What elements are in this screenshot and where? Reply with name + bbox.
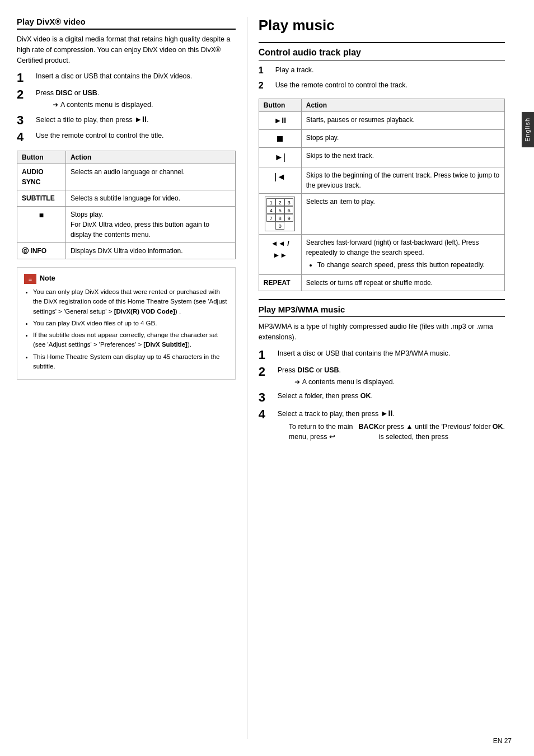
play-pause-icon-mp3: ►II	[381, 409, 393, 418]
stop-sq-action: Stops play.	[301, 129, 504, 147]
mp3-step-3: 3 Select a folder, then press OK.	[259, 391, 505, 404]
note-icon: ≡	[24, 274, 36, 284]
ff-rew-action: Searches fast-forward (right) or fast-ba…	[301, 234, 504, 275]
play-pause-btn: ►II	[259, 111, 301, 129]
table-row: ►| Skips to the next track.	[259, 147, 504, 167]
mp3-step-2: 2 Press DISC or USB. ➜ A contents menu i…	[259, 365, 505, 388]
step-2-sub: ➜ A contents menu is displayed.	[36, 100, 153, 110]
note-header: ≡ Note	[24, 273, 228, 284]
list-item: You can only play DivX videos that were …	[33, 287, 228, 316]
ok-label-3: OK	[360, 392, 371, 400]
step-num-1: 1	[17, 71, 32, 85]
mp3-step-4-bullets: To return to the main menu, press ↩ BACK…	[278, 422, 505, 443]
table-row: AUDIO SYNC Selects an audio language or …	[17, 164, 236, 190]
table-row: SUBTITLE Selects a subtitle language for…	[17, 190, 236, 207]
key-5: 5	[275, 206, 284, 214]
list-item: This Home Theatre System can display up …	[33, 352, 228, 372]
left-button-table: Button Action AUDIO SYNC Selects an audi…	[17, 151, 236, 259]
list-item: To return to the main menu, press ↩ BACK…	[289, 422, 505, 443]
left-step-4: 4 Use the remote control to control the …	[17, 130, 236, 144]
stop-action: Stops play.For DivX Ultra video, press t…	[65, 207, 235, 243]
step-text-2: Press DISC or USB. ➜ A contents menu is …	[36, 88, 153, 110]
mp3-divider	[259, 299, 505, 300]
table-row: ⓓ INFO Displays DivX Ultra video informa…	[17, 243, 236, 259]
disc-label: DISC	[55, 89, 72, 97]
repeat-btn: REPEAT	[259, 275, 301, 291]
key-1: 1	[266, 198, 275, 206]
key-6: 6	[284, 206, 293, 214]
keypad-row-2: 4 5 6	[266, 206, 293, 214]
info-btn: ⓓ INFO	[17, 243, 66, 259]
mp3-step-4: 4 Select a track to play, then press ►II…	[259, 408, 505, 445]
table-row: REPEAT Selects or turns off repeat or sh…	[259, 275, 504, 291]
keypad-row-1: 1 2 3	[266, 198, 293, 206]
table-row: 1 2 3 4 5 6 7	[259, 193, 504, 234]
list-item: To change search speed, press this butto…	[317, 260, 500, 270]
key-8: 8	[275, 214, 284, 222]
left-steps-list: 1 Insert a disc or USB that contains the…	[17, 71, 236, 144]
play-pause-icon-3: ►II	[134, 115, 147, 124]
prev-action: Skips to the beginning of the current tr…	[301, 167, 504, 193]
mp3-step-text-1: Insert a disc or USB that contains the M…	[278, 348, 450, 359]
right-steps-list-1: 1 Play a track. 2 Use the remote control…	[259, 65, 505, 92]
mp3-step-2-sub: ➜ A contents menu is displayed.	[278, 377, 395, 388]
left-column: Play DivX® video DivX video is a digital…	[17, 17, 247, 739]
next-btn: ►|	[259, 147, 301, 167]
r-step-text-2: Use the remote control to control the tr…	[275, 80, 407, 91]
table-row: ■ Stops play.For DivX Ultra video, press…	[17, 207, 236, 243]
step-text-3: Select a title to play, then press ►II.	[36, 114, 148, 125]
mp3-step-text-3: Select a folder, then press OK.	[278, 391, 373, 402]
left-table-action-header: Action	[65, 151, 235, 164]
stop-sq-btn	[259, 129, 301, 147]
r-step-num-1: 1	[259, 65, 272, 77]
arrow-icon: ➜	[53, 100, 58, 110]
mp3-disc-label: DISC	[297, 366, 314, 374]
side-tab-english: English	[522, 112, 534, 147]
right-button-table: Button Action ►II Starts, pauses or resu…	[259, 99, 505, 292]
vod-code-label: [DivX(R) VOD Code]	[114, 308, 175, 315]
mp3-steps-list: 1 Insert a disc or USB that contains the…	[259, 348, 505, 444]
left-step-1: 1 Insert a disc or USB that contains the…	[17, 71, 236, 85]
numpad-action: Selects an item to play.	[301, 193, 504, 234]
numpad-btn: 1 2 3 4 5 6 7	[259, 193, 301, 234]
info-action: Displays DivX Ultra video information.	[65, 243, 235, 259]
stop-btn: ■	[17, 207, 66, 243]
next-track-icon: ►|	[274, 152, 285, 162]
audio-sync-action: Selects an audio language or channel.	[65, 164, 235, 190]
divx-subtitle-label: [DivX Subtitle]	[143, 341, 188, 348]
list-item: If the subtitle does not appear correctl…	[33, 330, 228, 350]
page-number: EN 27	[493, 737, 512, 745]
stop-square-icon	[277, 136, 283, 142]
key-2: 2	[275, 198, 284, 206]
right-step-1: 1 Play a track.	[259, 65, 505, 77]
mp3-step-2-sub-text: A contents menu is displayed.	[302, 377, 395, 388]
key-4: 4	[266, 206, 275, 214]
right-table-action-header: Action	[301, 99, 504, 111]
key-7: 7	[266, 214, 275, 222]
play-pause-icon: ►II	[274, 116, 286, 125]
ff-rew-icon: ◄◄ / ►►	[271, 239, 289, 259]
play-music-title: Play music	[259, 17, 505, 34]
page-num-value: 27	[504, 737, 512, 745]
left-step-3: 3 Select a title to play, then press ►II…	[17, 114, 236, 127]
right-table-btn-header: Button	[259, 99, 301, 111]
r-step-text-1: Play a track.	[275, 65, 314, 76]
next-action: Skips to the next track.	[301, 147, 504, 167]
table-row: ◄◄ / ►► Searches fast-forward (right) or…	[259, 234, 504, 275]
mp3-step-num-3: 3	[259, 391, 274, 404]
step-num-4: 4	[17, 130, 32, 144]
left-table-btn-header: Button	[17, 151, 66, 164]
repeat-action: Selects or turns off repeat or shuffle m…	[301, 275, 504, 291]
note-label: Note	[40, 273, 55, 284]
audio-sync-btn: AUDIO SYNC	[17, 164, 66, 190]
step-2-sub-text: A contents menu is displayed.	[60, 100, 153, 110]
key-0: 0	[275, 222, 284, 230]
mp3-section-title: Play MP3/WMA music	[259, 305, 505, 317]
ff-rew-btn: ◄◄ / ►►	[259, 234, 301, 275]
ok-label-4: OK	[493, 422, 503, 432]
step-text-4: Use the remote control to control the ti…	[36, 130, 164, 141]
mp3-step-num-1: 1	[259, 348, 274, 362]
mp3-usb-label: USB	[324, 366, 339, 374]
keypad-row-4: 0	[266, 222, 293, 230]
left-section-title: Play DivX® video	[17, 17, 236, 30]
